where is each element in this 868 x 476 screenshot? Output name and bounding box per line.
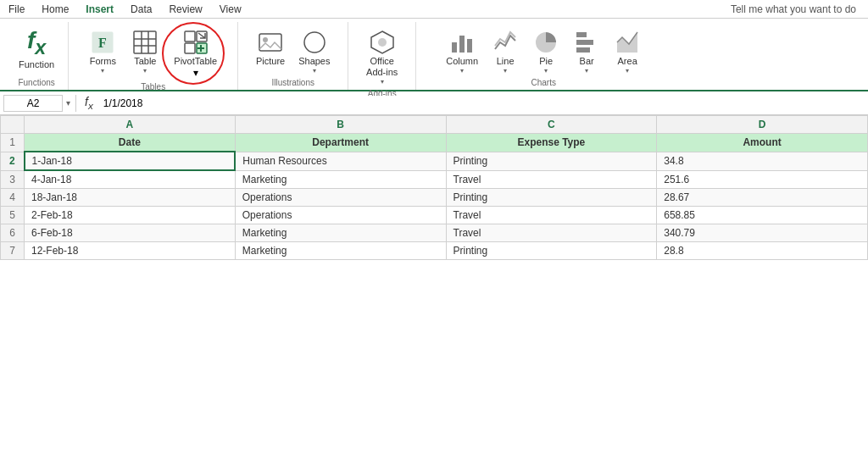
formula-input[interactable] (100, 96, 865, 111)
fx-label: fx (85, 95, 93, 111)
cell-b6[interactable]: Marketing (235, 224, 446, 242)
sheet-table: A B C D 1 Date Department Expense Type A… (0, 115, 868, 260)
bar-chart-icon (573, 29, 600, 56)
col-header-b[interactable]: B (235, 116, 446, 134)
cell-b7[interactable]: Marketing (235, 242, 446, 260)
forms-button[interactable]: F Forms ▾ (84, 25, 121, 78)
table-row: 4 18-Jan-18 Operations Printing 28.67 (1, 189, 868, 207)
ribbon-group-functions: fx Function Functions (5, 22, 69, 90)
header-amount[interactable]: Amount (657, 134, 868, 152)
cell-a2[interactable]: 1-Jan-18 (25, 152, 236, 170)
header-date[interactable]: Date (25, 134, 236, 152)
area-chart-icon (614, 29, 641, 56)
line-arrow: ▾ (504, 67, 507, 75)
table-label: Table (134, 56, 156, 67)
column-label: Column (446, 56, 478, 67)
shapes-arrow: ▾ (313, 67, 316, 75)
cell-b2[interactable]: Human Resources (235, 152, 446, 170)
col-header-a[interactable]: A (25, 116, 236, 134)
svg-point-13 (304, 32, 325, 53)
svg-rect-18 (467, 39, 472, 53)
bar-chart-button[interactable]: Bar ▾ (568, 25, 605, 78)
ribbon-group-charts: Column ▾ Line ▾ (416, 22, 670, 90)
svg-rect-2 (134, 31, 156, 53)
header-department[interactable]: Department (235, 134, 446, 152)
cell-c3[interactable]: Travel (446, 170, 657, 189)
function-button[interactable]: fx Function (14, 25, 59, 74)
bar-arrow: ▾ (585, 67, 588, 75)
ribbon-group-illustrations: Picture Shapes ▾ Illustrations (238, 22, 348, 90)
table-button[interactable]: Table ▾ (126, 25, 164, 78)
menu-bar: File Home Insert Data Review View Tell m… (0, 0, 868, 19)
row-num-2: 2 (1, 152, 25, 170)
row-num-3: 3 (1, 170, 25, 189)
ribbon-group-addins: Office Add-ins ▾ Add-ins (348, 22, 416, 90)
cell-b5[interactable]: Operations (235, 207, 446, 224)
area-label: Area (618, 56, 637, 67)
cell-c5[interactable]: Travel (446, 207, 657, 224)
cell-d4[interactable]: 28.67 (657, 189, 868, 207)
cell-b3[interactable]: Marketing (235, 170, 446, 189)
cell-c7[interactable]: Printing (446, 242, 657, 260)
cell-a4[interactable]: 18-Jan-18 (25, 189, 236, 207)
svg-rect-20 (576, 40, 593, 45)
cell-reference-input[interactable]: A2 (3, 95, 63, 112)
cell-d6[interactable]: 340.79 (657, 224, 868, 242)
pivottable-button[interactable]: PivotTable ▾ (169, 25, 222, 82)
row-num-4: 4 (1, 189, 25, 207)
cell-a6[interactable]: 6-Feb-18 (25, 224, 236, 242)
cell-a3[interactable]: 4-Jan-18 (25, 170, 236, 189)
pie-chart-button[interactable]: Pie ▾ (527, 25, 565, 78)
svg-rect-17 (459, 36, 465, 53)
menu-data[interactable]: Data (122, 2, 160, 17)
menu-file[interactable]: File (0, 2, 33, 17)
line-chart-button[interactable]: Line ▾ (487, 25, 524, 78)
row-num-7: 7 (1, 242, 25, 260)
table-row: 6 6-Feb-18 Marketing Travel 340.79 (1, 224, 868, 242)
area-chart-button[interactable]: Area ▾ (609, 25, 646, 78)
cell-c6[interactable]: Travel (446, 224, 657, 242)
office-addins-button[interactable]: Office Add-ins ▾ (361, 25, 403, 89)
illustrations-group-label: Illustrations (271, 78, 314, 90)
forms-arrow: ▾ (101, 67, 104, 75)
addins-icon (369, 29, 396, 56)
table-row: 2 1-Jan-18 Human Resources Printing 34.8 (1, 152, 868, 170)
menu-view[interactable]: View (211, 2, 250, 17)
cell-d2[interactable]: 34.8 (657, 152, 868, 170)
shapes-button[interactable]: Shapes ▾ (293, 25, 335, 78)
table-row: 3 4-Jan-18 Marketing Travel 251.6 (1, 170, 868, 189)
svg-rect-19 (576, 32, 587, 37)
table-icon (131, 29, 159, 56)
addins-label: Office Add-ins (366, 56, 398, 78)
picture-button[interactable]: Picture (251, 25, 290, 70)
area-arrow: ▾ (626, 67, 629, 75)
menu-review[interactable]: Review (160, 2, 210, 17)
charts-group-label: Charts (531, 78, 555, 90)
svg-rect-11 (259, 34, 281, 51)
menu-insert[interactable]: Insert (77, 2, 122, 17)
cell-a5[interactable]: 2-Feb-18 (25, 207, 236, 224)
col-header-c[interactable]: C (446, 116, 657, 134)
cell-c4[interactable]: Printing (446, 189, 657, 207)
col-header-d[interactable]: D (657, 116, 868, 134)
cell-d3[interactable]: 251.6 (657, 170, 868, 189)
column-chart-button[interactable]: Column ▾ (441, 25, 483, 78)
svg-rect-16 (452, 42, 457, 53)
cell-b4[interactable]: Operations (235, 189, 446, 207)
cell-d7[interactable]: 28.8 (657, 242, 868, 260)
cell-d5[interactable]: 658.85 (657, 207, 868, 224)
pie-arrow: ▾ (544, 67, 548, 75)
cell-a7[interactable]: 12-Feb-18 (25, 242, 236, 260)
formula-divider (75, 95, 76, 112)
function-label: Function (19, 59, 54, 70)
row-num-6: 6 (1, 224, 25, 242)
svg-text:F: F (98, 36, 107, 50)
forms-icon: F (89, 29, 116, 56)
tell-me[interactable]: Tell me what you want to do (719, 2, 868, 17)
header-expense-type[interactable]: Expense Type (446, 134, 657, 152)
cell-c2[interactable]: Printing (446, 152, 657, 170)
spreadsheet: A B C D 1 Date Department Expense Type A… (0, 115, 868, 260)
shapes-icon (301, 29, 328, 56)
menu-home[interactable]: Home (33, 2, 77, 17)
cell-ref-dropdown[interactable]: ▾ (66, 98, 70, 108)
